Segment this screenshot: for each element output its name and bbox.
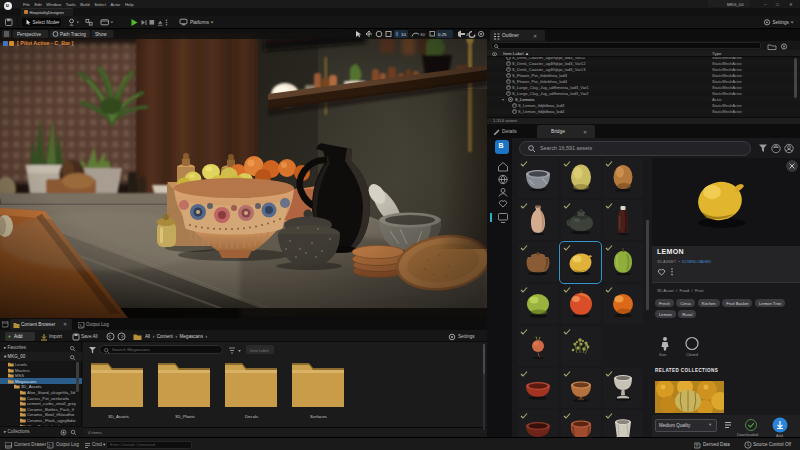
- svg-text:Settings: Settings: [773, 20, 790, 25]
- svg-text:Platforms: Platforms: [190, 20, 210, 25]
- svg-text:Path Tracing: Path Tracing: [60, 32, 86, 37]
- svg-text:0.25: 0.25: [438, 32, 447, 37]
- svg-text:Select Mode: Select Mode: [33, 20, 59, 25]
- svg-text:Show: Show: [95, 32, 107, 37]
- svg-text:Perspective: Perspective: [17, 32, 41, 37]
- svg-text:30: 30: [420, 32, 425, 37]
- svg-text:10: 10: [401, 32, 406, 37]
